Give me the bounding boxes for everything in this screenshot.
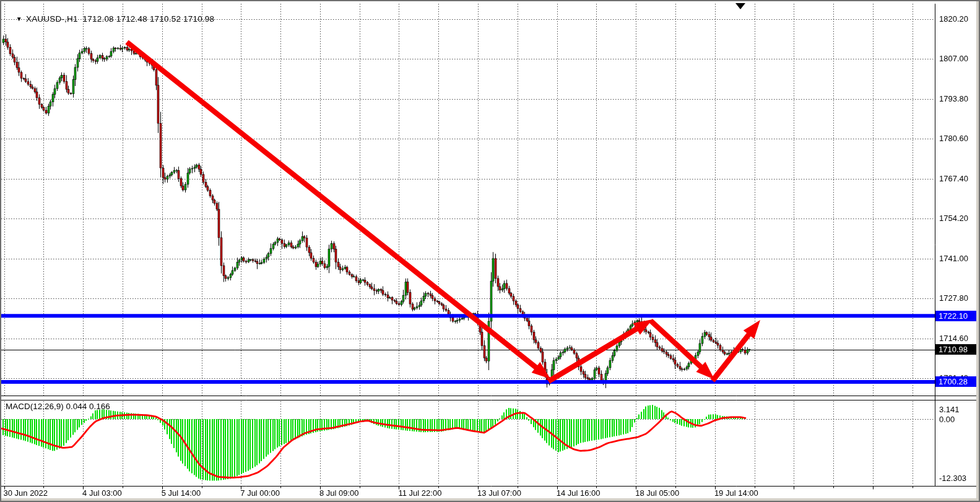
time-axis-label: 8 Jul 09:00 (319, 488, 359, 498)
scroll-to-end-icon[interactable] (735, 3, 745, 9)
time-axis-label: 19 Jul 14:00 (714, 488, 758, 498)
price-tick-label: 1780.60 (939, 134, 968, 143)
symbol-timeframe-label: XAUUSD-,H1 (26, 14, 78, 24)
price-tick-label: 1714.60 (939, 334, 968, 343)
time-axis-label: 4 Jul 03:00 (82, 488, 122, 498)
time-axis-label: 13 Jul 07:00 (477, 488, 521, 498)
current-price-badge: 1710.98 (935, 344, 980, 355)
price-tick-label: 1767.40 (939, 174, 968, 183)
price-tick-label: 1820.20 (939, 14, 968, 24)
macd-indicator-label: MACD(12,26,9) 0.044 0.166 (6, 402, 110, 411)
price-tick-label: 1807.00 (939, 54, 968, 63)
level-price-badge: 1722.10 (935, 311, 980, 321)
symbol-dropdown-icon[interactable]: ▼ (16, 15, 22, 22)
time-axis-label: 18 Jul 05:00 (635, 488, 679, 498)
time-axis-label: 5 Jul 14:00 (162, 488, 201, 498)
time-axis-label: 30 Jun 2022 (4, 488, 48, 498)
time-axis-label: 11 Jul 22:00 (399, 488, 442, 498)
ohlc-quote-line: 1712.08 1712.48 1710.52 1710.98 (83, 14, 215, 24)
candlestick-chart-canvas[interactable] (1, 1, 980, 502)
window-bottom-edge (1, 498, 979, 501)
time-axis-label: 14 Jul 16:00 (557, 488, 601, 498)
time-axis-label: 7 Jul 00:00 (240, 488, 280, 498)
macd-scale-zero: 0.00 (939, 415, 955, 424)
price-tick-label: 1741.00 (939, 254, 968, 263)
window-right-edge (976, 1, 979, 501)
macd-scale-min: -12.303 (939, 474, 966, 483)
price-tick-label: 1793.80 (939, 94, 968, 103)
chart-title: ▼XAUUSD-,H1 1712.08 1712.48 1710.52 1710… (6, 5, 214, 33)
macd-scale-max: 3.141 (939, 405, 960, 414)
price-tick-label: 1727.80 (939, 293, 968, 303)
price-tick-label: 1754.20 (939, 214, 968, 223)
trading-chart-window: ▼XAUUSD-,H1 1712.08 1712.48 1710.52 1710… (0, 0, 980, 502)
level-price-badge: 1700.28 (935, 376, 980, 387)
